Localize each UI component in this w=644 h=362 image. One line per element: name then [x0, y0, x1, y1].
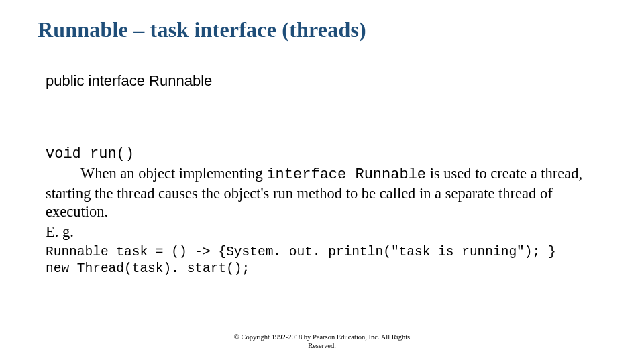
code-line-2: new Thread(task). start();	[46, 261, 250, 276]
desc-prefix: When an object implementing	[80, 165, 266, 182]
example-label: E. g.	[46, 223, 604, 241]
body-content: void run() When an object implementing i…	[46, 145, 604, 278]
footer-line-2: Reserved.	[308, 342, 336, 349]
copyright-footer: © Copyright 1992-2018 by Pearson Educati…	[0, 333, 644, 350]
method-description: When an object implementing interface Ru…	[46, 164, 604, 221]
slide-title: Runnable – task interface (threads)	[38, 17, 366, 42]
interface-declaration: public interface Runnable	[46, 72, 212, 90]
example-code: Runnable task = () -> {System. out. prin…	[46, 244, 604, 278]
code-line-1: Runnable task = () -> {System. out. prin…	[46, 245, 556, 259]
footer-line-1: © Copyright 1992-2018 by Pearson Educati…	[234, 333, 410, 341]
method-signature: void run()	[46, 145, 604, 163]
desc-inline-code: interface Runnable	[266, 166, 426, 183]
slide: Runnable – task interface (threads) publ…	[0, 0, 644, 362]
